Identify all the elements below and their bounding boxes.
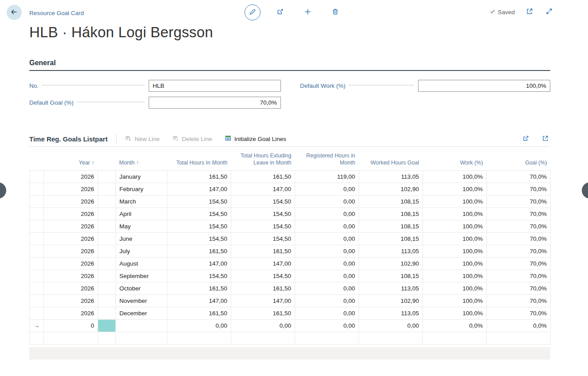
cell-work-pct[interactable]: 100,0% <box>423 195 487 208</box>
cell-goal-pct[interactable]: 70,0% <box>487 245 551 257</box>
cell-month[interactable]: September <box>116 270 167 282</box>
cell-excluding-leave[interactable]: 154,50 <box>231 220 295 232</box>
col-total-hours[interactable]: Total Hours In Month <box>167 150 231 170</box>
cell-spacer[interactable] <box>98 332 116 344</box>
cell-marker[interactable] <box>30 195 44 208</box>
cell-worked-hours-goal[interactable]: 102,90 <box>359 294 423 307</box>
cell-spacer[interactable] <box>98 294 116 307</box>
cell-spacer[interactable] <box>98 183 116 195</box>
cell-work-pct[interactable]: 100,0% <box>423 282 487 294</box>
table-row[interactable]: 2026October161,50161,500,00113,05100,0%7… <box>30 282 551 294</box>
cell-marker[interactable] <box>30 294 44 307</box>
cell-year[interactable]: 2026 <box>44 232 98 245</box>
cell-work-pct[interactable]: 100,0% <box>423 294 487 307</box>
cell-total-hours[interactable]: 161,50 <box>167 170 231 183</box>
cell-registered-hours[interactable]: 0,00 <box>295 270 359 282</box>
cell-registered-hours[interactable]: 0,00 <box>295 294 359 307</box>
table-row[interactable]: 2026November147,00147,000,00102,90100,0%… <box>30 294 551 307</box>
cell-spacer[interactable] <box>98 220 116 232</box>
cell-total-hours[interactable]: 154,50 <box>167 195 231 208</box>
listpart-heading[interactable]: Time Reg. Goals Listpart <box>29 135 107 143</box>
table-row[interactable]: 2026September154,50154,500,00108,15100,0… <box>30 270 551 282</box>
cell-worked-hours-goal[interactable]: 108,15 <box>359 220 423 232</box>
cell-worked-hours-goal[interactable]: 102,90 <box>359 257 423 270</box>
cell-month[interactable]: November <box>116 294 167 307</box>
table-row[interactable]: 2026March154,50154,500,00108,15100,0%70,… <box>30 195 551 208</box>
table-row[interactable]: 2026July161,50161,500,00113,05100,0%70,0… <box>30 245 551 257</box>
cell-excluding-leave[interactable]: 147,00 <box>231 257 295 270</box>
cell-year[interactable]: 2026 <box>44 270 98 282</box>
previous-record-button[interactable] <box>0 182 6 199</box>
cell-marker[interactable] <box>30 170 44 183</box>
cell-year[interactable]: 2026 <box>44 245 98 257</box>
cell-total-hours[interactable]: 154,50 <box>167 232 231 245</box>
cell-registered-hours[interactable]: 0,00 <box>295 257 359 270</box>
cell-work-pct[interactable]: 100,0% <box>423 270 487 282</box>
cell-month[interactable]: December <box>116 307 167 319</box>
cell-registered-hours[interactable]: 0,00 <box>295 183 359 195</box>
cell-total-hours[interactable]: 161,50 <box>167 245 231 257</box>
cell-excluding-leave[interactable]: 154,50 <box>231 270 295 282</box>
cell-year[interactable]: 0 <box>44 319 98 332</box>
cell-goal-pct[interactable]: 70,0% <box>487 232 551 245</box>
cell-excluding-leave[interactable]: 147,00 <box>231 294 295 307</box>
cell-spacer[interactable] <box>98 257 116 270</box>
cell-goal-pct[interactable]: 70,0% <box>487 257 551 270</box>
cell-marker[interactable] <box>30 208 44 220</box>
cell-spacer[interactable] <box>98 232 116 245</box>
cell-month[interactable]: August <box>116 257 167 270</box>
cell-excluding-leave[interactable]: 161,50 <box>231 170 295 183</box>
cell-year[interactable]: 2026 <box>44 183 98 195</box>
cell-worked-hours-goal[interactable]: 108,15 <box>359 195 423 208</box>
delete-line-button[interactable]: Delete Line <box>172 135 212 143</box>
edit-button[interactable] <box>245 4 260 20</box>
cell-month[interactable]: July <box>116 245 167 257</box>
cell-marker[interactable]: → <box>30 319 44 332</box>
cell-work-pct[interactable]: 100,0% <box>423 245 487 257</box>
cell-month[interactable]: October <box>116 282 167 294</box>
cell-month[interactable] <box>116 319 167 332</box>
new-line-row[interactable]: →00,000,000,000,000,0%0,0% <box>30 319 551 332</box>
cell-spacer[interactable] <box>98 195 116 208</box>
cell-year[interactable]: 2026 <box>44 282 98 294</box>
cell-total-hours[interactable]: 147,00 <box>167 183 231 195</box>
cell-spacer[interactable] <box>98 208 116 220</box>
cell-worked-hours-goal[interactable]: 113,05 <box>359 245 423 257</box>
cell-excluding-leave[interactable]: 154,50 <box>231 208 295 220</box>
col-month[interactable]: Month ↑ <box>116 150 167 170</box>
cell-work-pct[interactable]: 100,0% <box>423 232 487 245</box>
cell-goal-pct[interactable]: 70,0% <box>487 170 551 183</box>
cell-work-pct[interactable]: 100,0% <box>423 183 487 195</box>
cell-year[interactable]: 2026 <box>44 220 98 232</box>
new-record-button[interactable] <box>300 4 316 20</box>
cell-year[interactable]: 2026 <box>44 294 98 307</box>
cell-worked-hours-goal[interactable]: 108,15 <box>359 208 423 220</box>
cell-registered-hours[interactable]: 0,00 <box>295 208 359 220</box>
cell-excluding-leave[interactable]: 161,50 <box>231 245 295 257</box>
cell-goal-pct[interactable]: 70,0% <box>487 307 551 319</box>
cell-worked-hours-goal[interactable]: 108,15 <box>359 232 423 245</box>
listpart-open-in-window-button[interactable] <box>541 134 550 144</box>
cell-goal-pct[interactable]: 0,0% <box>487 319 551 332</box>
cell-marker[interactable] <box>30 257 44 270</box>
table-row[interactable]: 2026August147,00147,000,00102,90100,0%70… <box>30 257 551 270</box>
empty-row[interactable] <box>30 332 551 344</box>
cell-total-hours[interactable]: 147,00 <box>167 294 231 307</box>
initialize-goal-lines-button[interactable]: Initialize Goal Lines <box>225 135 286 143</box>
cell-worked-hours-goal[interactable]: 113,05 <box>359 170 423 183</box>
cell-marker[interactable] <box>30 220 44 232</box>
cell-registered-hours[interactable] <box>295 332 359 344</box>
cell-year[interactable]: 2026 <box>44 195 98 208</box>
cell-worked-hours-goal[interactable]: 108,15 <box>359 270 423 282</box>
table-row[interactable]: 2026January161,50161,50119,00113,05100,0… <box>30 170 551 183</box>
cell-marker[interactable] <box>30 232 44 245</box>
next-record-button[interactable] <box>582 182 588 199</box>
cell-month[interactable]: February <box>116 183 167 195</box>
col-worked-hours-goal[interactable]: Worked Hours Goal <box>359 150 423 170</box>
cell-month[interactable]: January <box>116 170 167 183</box>
cell-spacer[interactable] <box>98 170 116 183</box>
cell-goal-pct[interactable]: 70,0% <box>487 282 551 294</box>
cell-goal-pct[interactable] <box>487 332 551 344</box>
cell-total-hours[interactable]: 161,50 <box>167 282 231 294</box>
cell-goal-pct[interactable]: 70,0% <box>487 220 551 232</box>
